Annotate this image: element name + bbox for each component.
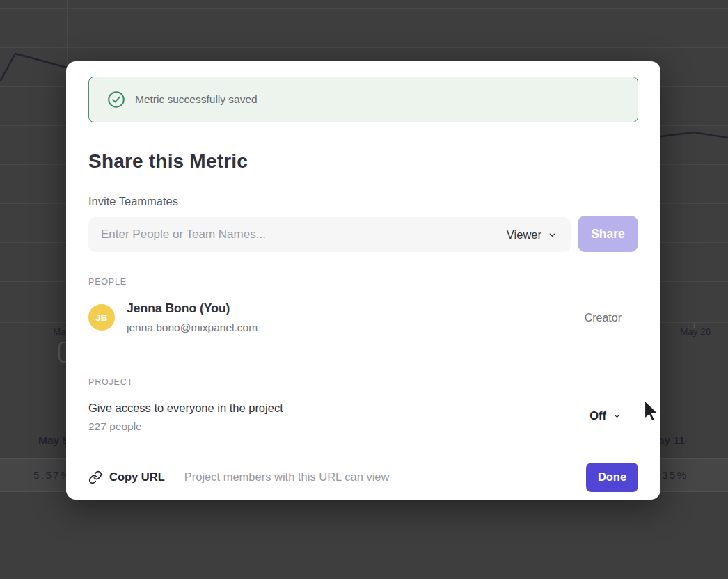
avatar: JB (88, 304, 115, 331)
done-button[interactable]: Done (586, 463, 638, 492)
url-permission-hint: Project members with this URL can view (184, 470, 390, 484)
people-section-label: PEOPLE (88, 277, 127, 287)
screen: May May 26 May 5 May 11 5.57% 35% Metric… (0, 0, 728, 579)
copy-url-label: Copy URL (109, 470, 165, 484)
person-email: jenna.bono@mixpanel.com (127, 322, 258, 334)
invite-people-input[interactable] (88, 217, 571, 252)
role-dropdown-value: Viewer (507, 228, 541, 241)
copy-url-button[interactable]: Copy URL (88, 470, 165, 484)
chevron-down-icon (612, 411, 622, 420)
person-role-badge: Creator (585, 312, 622, 324)
x-axis-label-right: May 26 (680, 326, 711, 337)
success-banner-text: Metric successfully saved (135, 93, 258, 106)
link-icon (88, 470, 102, 484)
table-header-left: May 5 (38, 434, 68, 447)
check-circle-icon (107, 90, 125, 109)
table-value-right: 35% (662, 469, 688, 481)
project-section-label: PROJECT (88, 377, 133, 387)
share-button[interactable]: Share (578, 216, 638, 252)
project-access-dropdown[interactable]: Off (589, 409, 622, 422)
success-banner: Metric successfully saved (88, 77, 638, 122)
person-name: Jenna Bono (You) (127, 301, 230, 316)
modal-footer: Copy URL Project members with this URL c… (66, 454, 660, 500)
project-access-dropdown-value: Off (589, 409, 606, 422)
project-access-title: Give access to everyone in the project (88, 402, 283, 415)
share-metric-modal: Metric successfully saved Share this Met… (66, 61, 660, 500)
modal-title: Share this Metric (88, 150, 248, 173)
invite-teammates-label: Invite Teammates (88, 195, 178, 208)
invite-input-container: Viewer (88, 217, 571, 252)
role-dropdown[interactable]: Viewer (507, 217, 557, 252)
project-access-subtitle: 227 people (88, 420, 142, 433)
chevron-down-icon (548, 230, 557, 239)
